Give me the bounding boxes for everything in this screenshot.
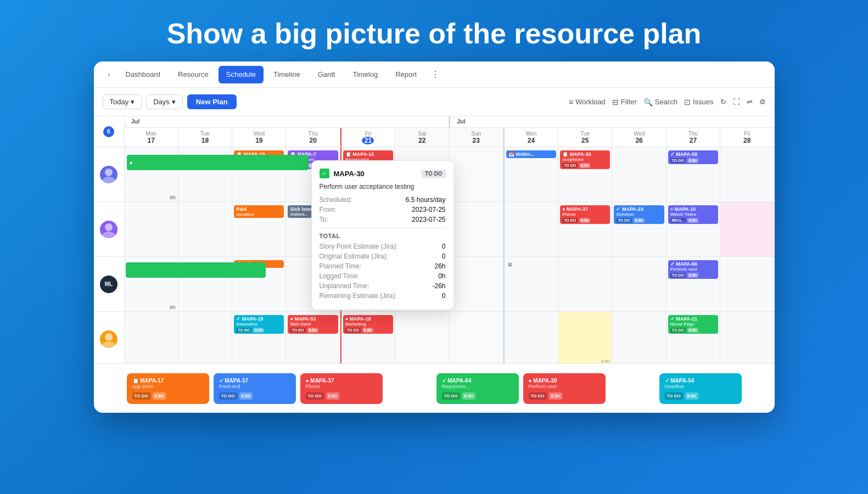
task-mapa19b[interactable]: ✓ MAPA-19 Amandine TO DO 6.5h (234, 315, 284, 334)
layout-button[interactable]: ⇌ (747, 98, 753, 106)
search-icon: 🔍 (643, 98, 653, 106)
bottom-card-mapa54[interactable]: ✓ MAPA-54 Deadline TO DO 6.5h (659, 373, 742, 404)
cell-r2-19: Paid vacation (232, 202, 286, 256)
cell-r1-27: ✓ MAPA-58 TO DO 6.5h (667, 147, 720, 201)
svg-point-2 (105, 223, 113, 231)
calendar-grid: Jul Jul Mon 17 (125, 116, 775, 396)
date-col-26[interactable]: Wed 26 (612, 128, 666, 147)
today-button[interactable]: Today ▾ (103, 94, 142, 109)
issues-icon: ⊡ (684, 98, 691, 106)
cell-r3-26 (612, 257, 666, 311)
cell-r4-20: ● MAPA-53 Wah Dane TO DO 6.5h (286, 312, 340, 366)
avatar (100, 330, 117, 348)
svg-point-4 (105, 333, 113, 341)
svg-point-0 (105, 169, 113, 176)
date-col-25[interactable]: Tue 25 (558, 128, 612, 147)
popup-story-value: 0 (442, 243, 446, 250)
more-menu[interactable]: ⋮ (427, 67, 444, 82)
popup-from-label: From: (320, 206, 337, 214)
tab-timeline[interactable]: Timeline (266, 66, 308, 83)
avatar-column: 6 ML (94, 116, 125, 396)
tab-schedule[interactable]: Schedule (219, 66, 264, 83)
date-col-24[interactable]: Mon 24 (505, 128, 558, 147)
task-long-green[interactable]: ■ (127, 155, 309, 170)
date-col-28[interactable]: Fri 28 (720, 128, 774, 147)
tab-resource[interactable]: Resource (170, 66, 216, 83)
task-paid-vacation[interactable]: Paid vacation (234, 205, 284, 218)
date-col-22[interactable]: Sat 22 (395, 128, 449, 147)
bottom-card-mapa37[interactable]: ● MAPA-37 Phone TO DO 6.5h (300, 373, 383, 404)
settings-button[interactable]: ⚙ (759, 98, 766, 106)
workload-button[interactable]: ≡ Workload (569, 98, 606, 106)
bottom-card-mapa64[interactable]: ✓ MAPA-64 Requireme... TO DO 6.5h (436, 373, 519, 404)
popup-scheduled-value: 6.5 hours/day (406, 196, 446, 204)
cell-r4-19: ✓ MAPA-19 Amandine TO DO 6.5h (232, 312, 286, 366)
date-col-20[interactable]: Thu 20 (286, 128, 340, 147)
cell-r4-18 (178, 312, 232, 366)
cell-r2-24 (505, 202, 558, 256)
tab-timelog[interactable]: Timelog (345, 66, 385, 83)
date-col-27[interactable]: Thu 27 (667, 128, 720, 147)
tab-dashboard[interactable]: Dashboard (118, 66, 169, 83)
days-button[interactable]: Days ▾ (146, 94, 183, 109)
toolbar: Today ▾ Days ▾ New Plan ≡ Workload ⊟ Fil… (94, 88, 775, 116)
tab-report[interactable]: Report (388, 66, 424, 83)
month-left: Jul (125, 116, 450, 127)
date-col-23[interactable]: Sun 23 (449, 128, 503, 147)
popup-description: Perform user acceptance testing (320, 183, 446, 190)
cell-r4-17 (125, 312, 178, 366)
cell-r4-22 (395, 312, 449, 366)
hero-title: Show a big picture of the resource plan (0, 0, 868, 61)
issues-button[interactable]: ⊡ Issues (684, 98, 714, 106)
task-mapa18[interactable]: ● MAPA-18 Marketing TO DO 6.5h (343, 315, 393, 334)
task-mapa37[interactable]: ● MAPA-37 Phone TO DO 6.5h (560, 205, 610, 224)
nav-chevron[interactable]: ‹ (103, 68, 116, 81)
bottom-card-mapa17[interactable]: 📋 MAPA-17 App store TO DO 6.5h (127, 373, 209, 404)
expand-button[interactable]: ⛶ (733, 98, 740, 106)
task-long-ml[interactable] (126, 262, 266, 278)
filter-icon: ⊟ (612, 98, 619, 106)
tab-gantt[interactable]: Gantt (310, 66, 343, 83)
badge-count: 6 (103, 126, 114, 137)
avatar-cell-4 (94, 312, 124, 367)
cell-r4-23 (449, 312, 503, 366)
bottom-cards: 📋 MAPA-17 App store TO DO 6.5h ✓ MAPA-57… (94, 363, 775, 413)
task-mapa53[interactable]: ● MAPA-53 Wah Dane TO DO 6.5h (288, 315, 338, 334)
task-mapa30[interactable]: 📋 MAPA-30 cceptance TO DO 6.5h (560, 150, 610, 169)
cell-r4-25: 6.5h (558, 312, 612, 366)
popup-unplanned-value: -26h (432, 282, 445, 290)
date-col-17[interactable]: Mon 17 (125, 128, 178, 147)
date-col-19[interactable]: Wed 19 (232, 128, 286, 147)
cell-r1-23 (449, 147, 503, 201)
cell-r2-26: ✓ MAPA-23 Solution TO DO 6.5h (612, 202, 666, 256)
chevron-down-icon: ▾ (172, 98, 176, 106)
task-mapa58[interactable]: ✓ MAPA-58 TO DO 6.5h (668, 150, 718, 164)
date-col-18[interactable]: Tue 18 (178, 128, 232, 147)
task-mapa66[interactable]: ✓ MAPA-66 Perform user TO DO 6.5h (668, 260, 718, 279)
filter-button[interactable]: ⊟ Filter (612, 98, 637, 106)
date-col-21[interactable]: Fri 21 (340, 128, 395, 147)
popup-planned-label: Planned Time: (320, 262, 362, 270)
cell-r1-26 (612, 147, 666, 201)
cell-r4-24 (505, 312, 558, 366)
new-plan-button[interactable]: New Plan (187, 94, 237, 109)
task-menu[interactable]: ≡ (506, 258, 557, 271)
popup-planned-value: 26h (434, 262, 445, 270)
cell-r1-24: 📅 Webin... (505, 147, 558, 201)
search-button[interactable]: 🔍 Search (643, 98, 677, 106)
bottom-card-mapa57[interactable]: ✓ MAPA-57 Front-end TO DO 6.5h (214, 373, 296, 404)
task-mapa23[interactable]: ✓ MAPA-23 Solution TO DO 6.5h (614, 205, 664, 224)
task-mapa21[interactable]: ✓ MAPA-21 Home Page TO DO 6.5h (668, 315, 718, 334)
popup-remaining-label: Remaining Estimate (Jira): (320, 292, 397, 300)
bottom-card-mapa30[interactable]: ● MAPA-30 Perform user TO DO 6.5h (523, 373, 606, 404)
popup-original-value: 0 (442, 252, 446, 260)
svg-point-3 (102, 232, 115, 238)
refresh-icon: ↻ (720, 98, 726, 106)
task-mapa10[interactable]: ≡ MAPA-10 Watch Video REVI... 6.5h (668, 205, 718, 224)
task-webin[interactable]: 📅 Webin... (506, 150, 556, 158)
refresh-button[interactable]: ↻ (720, 98, 726, 106)
hero-section: Show a big picture of the resource plan (0, 0, 868, 61)
svg-point-1 (102, 177, 115, 183)
avatar-cell-2 (94, 202, 124, 257)
workload-icon: ≡ (569, 98, 573, 106)
